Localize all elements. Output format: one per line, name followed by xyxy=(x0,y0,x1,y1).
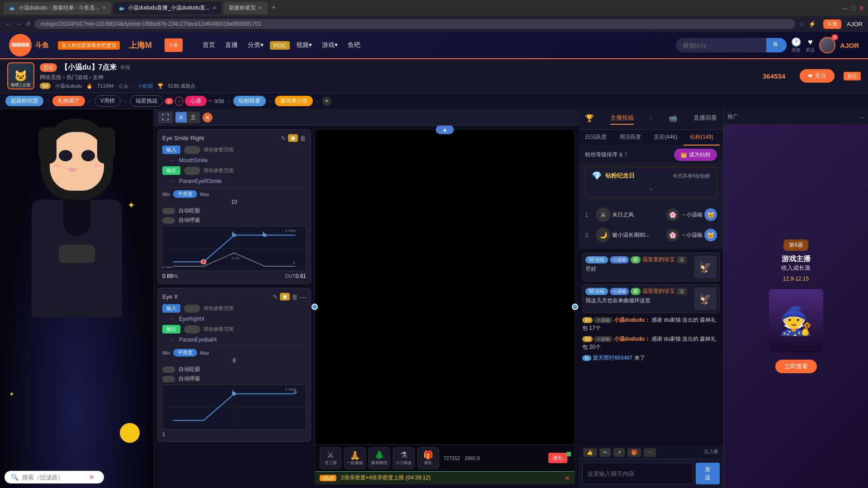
action-bar-more[interactable]: ▼ xyxy=(322,97,331,106)
subtab-daily[interactable]: 日活跃度 xyxy=(579,130,613,145)
tab-3-close[interactable]: ✕ xyxy=(259,5,262,10)
nav-yuba[interactable]: 鱼吧 xyxy=(344,39,364,51)
stream-up-button[interactable]: ▲ xyxy=(436,126,454,134)
input-toggle-2[interactable] xyxy=(184,305,200,313)
search-button[interactable]: 🔍 xyxy=(766,38,787,52)
refresh-button[interactable]: ↺ xyxy=(25,20,31,28)
curve-container-2[interactable]: 1 Max 1 -1 xyxy=(162,385,306,430)
url-bar[interactable]: m/topic/2024PGC?rid=10188624&dyshid=190b… xyxy=(34,19,795,29)
maximize-window-button[interactable]: □ xyxy=(852,5,855,12)
promo-banner[interactable]: 加入粉丝群请看鱼吧置顶 xyxy=(58,41,120,50)
search-filter-input[interactable] xyxy=(22,474,85,481)
tab-2[interactable]: 🐟 小温dududu直播_小温dududu直... ✕ xyxy=(113,2,222,14)
new-tab-button[interactable]: + xyxy=(271,3,276,13)
fan-rank-info-icon[interactable]: ? xyxy=(624,152,627,158)
minimize-param-2-button[interactable]: — xyxy=(300,293,306,300)
nav-pgc[interactable]: PGC xyxy=(270,39,290,51)
game-icon-forest[interactable]: 🌲 森林物语 xyxy=(368,447,390,469)
rank-streamer-avatar-1: 🐱 xyxy=(704,208,717,221)
chat-send-button[interactable]: 发送 xyxy=(696,463,720,484)
follow-button[interactable]: ♥ 关注 xyxy=(806,38,815,53)
search-input[interactable] xyxy=(676,39,766,52)
tab-1-label: 小温dududu - 搜索结果 - 斗鱼直... xyxy=(19,4,99,12)
auto-breathe-toggle-2[interactable] xyxy=(162,376,175,382)
close-window-button[interactable]: ✕ xyxy=(859,5,864,12)
chat-msg-4: 94 小温喻 小温dududu： 感谢 du家猫 送出的 森林礼包 20个 xyxy=(582,335,720,351)
translate-zh-icon: 文 xyxy=(187,112,200,123)
vts-close-button[interactable]: ✕ xyxy=(203,113,212,122)
wish-btn[interactable]: 心愿 xyxy=(185,96,207,106)
nav-game[interactable]: 游戏▾ xyxy=(318,39,341,51)
forward-button[interactable]: → xyxy=(15,20,22,28)
subtab-diamond[interactable]: 钻粉(149) xyxy=(684,130,720,145)
ad-close[interactable]: — xyxy=(859,114,864,120)
game-icon-alchemy[interactable]: ⚗ 小小炼金 xyxy=(393,447,415,469)
input-toggle-1[interactable] xyxy=(184,146,200,154)
tab-1-close[interactable]: ✕ xyxy=(102,5,106,10)
chat-action-more[interactable]: ⋯ xyxy=(644,448,656,457)
gift-hall-btn[interactable]: 礼物展厅 xyxy=(52,96,85,106)
param-2-warning-button[interactable]: ▣ xyxy=(280,293,290,300)
search-filter-close[interactable]: ✕ xyxy=(89,474,94,481)
nav-dot-right[interactable] xyxy=(572,304,578,310)
output-toggle-2[interactable] xyxy=(184,325,200,333)
chat-action-thumbs[interactable]: 👍 xyxy=(583,448,597,457)
report-button[interactable]: 举报 xyxy=(120,64,130,71)
translate-toggle[interactable]: A 文 xyxy=(175,112,200,123)
game-icon-repair[interactable]: 🧘 一起修炼 xyxy=(344,447,366,469)
yuba-tag[interactable]: 鱼吧 | 公告 xyxy=(8,82,33,89)
challenge-arrow[interactable]: › xyxy=(175,97,183,106)
nav-home[interactable]: 首页 xyxy=(199,39,219,51)
back-button[interactable]: ← xyxy=(5,20,12,28)
out-num-1: 0.81 xyxy=(296,273,306,279)
param-1-menu-button[interactable]: ▣ xyxy=(288,134,298,142)
diamond-fan-btn[interactable]: 钻粉联赛 xyxy=(233,96,266,106)
nav-dot-left[interactable] xyxy=(311,304,318,310)
bookmark-button[interactable]: ☆ xyxy=(799,20,805,28)
game-icon-sanguo[interactable]: ⚔ 去三国 xyxy=(320,447,341,469)
tab-live-replay[interactable]: 直播回看 xyxy=(693,114,717,125)
subtab-weekly[interactable]: 周活跃度 xyxy=(613,130,647,145)
edit-param-2-button[interactable]: ✎ xyxy=(273,293,278,300)
challenge-btn[interactable]: 福星挑战 xyxy=(130,95,163,107)
join-game-button[interactable]: 谢礼 xyxy=(548,453,567,463)
tab-streamer-posts[interactable]: 主播投稿 xyxy=(610,114,634,125)
auto-blink-toggle-1[interactable] xyxy=(162,208,175,214)
nav-category[interactable]: 分类▾ xyxy=(244,39,267,51)
edit-param-1-button[interactable]: ✎ xyxy=(281,134,286,142)
history-button[interactable]: 🕐 历史 xyxy=(791,37,801,53)
auto-blink-toggle-2[interactable] xyxy=(162,366,175,373)
chat-action-share[interactable]: ↗ xyxy=(613,448,625,457)
fullscreen-button[interactable]: ⛶ xyxy=(158,112,173,123)
become-fan-button[interactable]: 👑 成为钻粉 xyxy=(674,149,717,161)
follow-button[interactable]: ❤ 关注 xyxy=(800,69,835,83)
v-rank-btn[interactable]: V周榜 xyxy=(94,95,121,107)
tab-2-close[interactable]: ✕ xyxy=(212,5,216,10)
ad-cta-button[interactable]: 立即查看 xyxy=(775,360,817,373)
curve-container-1[interactable]: 1 Max 1 1 xyxy=(162,226,306,271)
super-fan-btn[interactable]: 超级粉丝团 xyxy=(5,96,43,106)
streamer-action-btn[interactable]: 百位 xyxy=(844,72,861,80)
extensions-button[interactable]: ⚡ xyxy=(808,20,816,28)
achievement-val: 5190 成就点 xyxy=(168,83,196,89)
tab-3[interactable]: 新建标签页 ✕ xyxy=(223,2,268,14)
warrior-btn[interactable]: 最强勇士团 xyxy=(275,96,313,106)
smoothness-tag-2: 平滑度 xyxy=(173,349,197,357)
output-toggle-1[interactable] xyxy=(184,167,200,175)
delete-param-1-button[interactable]: 🗑 xyxy=(300,134,306,142)
nav-live[interactable]: 直播 xyxy=(222,39,241,51)
game-icon-thanks[interactable]: 🎁 谢礼 xyxy=(417,447,439,469)
user-avatar-button[interactable]: 4 xyxy=(819,37,835,53)
subtab-vip[interactable]: 贡宾(446) xyxy=(647,130,684,145)
auto-breathe-toggle-1[interactable] xyxy=(162,217,175,224)
minimize-window-button[interactable]: — xyxy=(842,5,848,12)
delete-param-2-button[interactable]: 🗑 xyxy=(292,293,298,300)
room-tag-1: 温 xyxy=(677,256,687,263)
svg-text:-1: -1 xyxy=(293,389,297,394)
tab-1[interactable]: 🐟 小温dududu - 搜索结果 - 斗鱼直... ✕ xyxy=(4,2,111,14)
chat-text-input[interactable] xyxy=(582,463,693,484)
nav-video[interactable]: 视频▾ xyxy=(292,39,316,51)
chat-action-gift[interactable]: 🎁 xyxy=(627,448,641,457)
buff-close-button[interactable]: ✕ xyxy=(565,474,570,482)
chat-action-clip[interactable]: ✂ xyxy=(599,448,611,457)
